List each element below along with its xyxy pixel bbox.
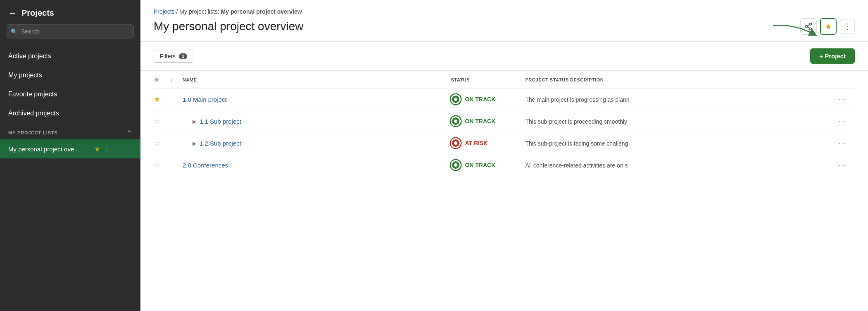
section-label: MY PROJECT LISTS — [8, 130, 58, 135]
row-sort-cell — [170, 88, 183, 110]
row-star-cell[interactable]: ☆ — [154, 110, 170, 132]
description-text: This sub-project is proceeding smoothly — [525, 118, 627, 125]
page-title: My personal project overview — [154, 20, 304, 33]
sidebar-item-favorite-projects[interactable]: Favorite projects — [0, 85, 140, 104]
back-button[interactable]: ← — [8, 8, 17, 18]
filters-count-badge: 1 — [179, 53, 187, 59]
drag-handle-icon[interactable]: ⋮ — [103, 144, 111, 153]
toolbar: Filters 1 + Project — [140, 42, 868, 71]
row-name-cell: 1.0 Main project — [183, 88, 451, 110]
row-name-cell: 2.0 Conferences — [183, 154, 451, 176]
status-circle-on-track — [451, 116, 461, 126]
projects-table: ★ ↕ NAME STATUS PROJECT STATUS DESCRIPTI… — [154, 71, 855, 176]
share-button[interactable] — [800, 18, 817, 35]
project-name-link[interactable]: 1.2 Sub project — [200, 140, 241, 147]
sidebar-title: Projects — [21, 8, 54, 18]
table-row: ☆ ▶ 1.1 Sub project ON TRACK — [154, 110, 855, 132]
sidebar-search-container: 🔍 — [7, 24, 134, 38]
breadcrumb: Projects / My project lists: My personal… — [154, 8, 855, 15]
svg-point-2 — [810, 28, 812, 30]
breadcrumb-projects-link[interactable]: Projects — [154, 8, 175, 15]
star-button[interactable]: ★ — [820, 18, 837, 35]
status-label: ON TRACK — [465, 118, 495, 124]
search-icon: 🔍 — [11, 29, 17, 35]
th-name[interactable]: NAME — [183, 71, 451, 88]
row-star-cell[interactable]: ☆ — [154, 132, 170, 154]
sidebar-item-active-projects[interactable]: Active projects — [0, 47, 140, 66]
sidebar: ← Projects 🔍 Active projects My projects… — [0, 0, 140, 311]
breadcrumb-current: My personal project overview — [221, 8, 302, 15]
status-label: ON TRACK — [465, 96, 495, 103]
row-status-cell: AT RISK — [451, 132, 525, 154]
expand-icon[interactable]: ▶ — [193, 119, 196, 124]
status-label: ON TRACK — [465, 162, 495, 168]
sidebar-header: ← Projects — [0, 0, 140, 24]
sidebar-section-header: MY PROJECT LISTS ⌃ — [0, 123, 140, 139]
table-row: ☆ ▶ 1.2 Sub project AT RISK — [154, 132, 855, 154]
status-circle-on-track — [451, 160, 461, 170]
sidebar-item-archived-projects[interactable]: Archived projects — [0, 104, 140, 123]
row-status-cell: ON TRACK — [451, 88, 525, 110]
svg-point-0 — [810, 23, 812, 25]
status-circle-at-risk — [451, 138, 461, 148]
row-more-cell[interactable]: ⋯ — [838, 88, 855, 110]
row-desc-cell: The main project is progressing as plann — [525, 88, 838, 110]
row-status-cell: ON TRACK — [451, 154, 525, 176]
search-input[interactable] — [7, 24, 134, 38]
row-sort-cell — [170, 154, 183, 176]
page-title-row: My personal project overview — [154, 18, 855, 41]
table-row: ☆ 2.0 Conferences ON TRACK — [154, 154, 855, 176]
share-icon — [804, 22, 813, 31]
svg-line-3 — [807, 27, 810, 28]
th-description: PROJECT STATUS DESCRIPTION — [525, 71, 838, 88]
add-project-button[interactable]: + Project — [810, 48, 855, 64]
expand-icon[interactable]: ▶ — [193, 141, 196, 146]
row-sort-cell — [170, 132, 183, 154]
row-status-cell: ON TRACK — [451, 110, 525, 132]
row-name-cell: ▶ 1.1 Sub project — [183, 110, 451, 132]
breadcrumb-separator: / My project lists: — [176, 8, 221, 15]
more-icon: ⋮ — [843, 22, 851, 31]
header-actions: ★ ⋮ — [800, 18, 855, 35]
th-actions — [838, 71, 855, 88]
row-star-cell[interactable]: ★ — [154, 88, 170, 110]
row-more-cell[interactable]: ⋯ — [838, 110, 855, 132]
sidebar-nav: Active projects My projects Favorite pro… — [0, 47, 140, 123]
table-header-row: ★ ↕ NAME STATUS PROJECT STATUS DESCRIPTI… — [154, 71, 855, 88]
description-text: This sub-project is facing some challeng — [525, 140, 628, 147]
row-more-cell[interactable]: ⋯ — [838, 154, 855, 176]
sidebar-item-my-personal-project-overview[interactable]: My personal project ove... ★ ⋮ — [0, 139, 140, 158]
section-collapse-icon[interactable]: ⌃ — [127, 129, 132, 136]
star-icon: ★ — [825, 22, 832, 31]
row-star-cell[interactable]: ☆ — [154, 154, 170, 176]
row-more-cell[interactable]: ⋯ — [838, 132, 855, 154]
description-text: The main project is progressing as plann — [525, 96, 629, 103]
status-label: AT RISK — [465, 140, 488, 146]
favorite-star-icon[interactable]: ★ — [94, 145, 100, 153]
filters-button[interactable]: Filters 1 — [154, 50, 193, 63]
add-project-label: + Project — [819, 53, 846, 60]
table-row: ★ 1.0 Main project ON TRACK — [154, 88, 855, 110]
row-desc-cell: This sub-project is facing some challeng — [525, 132, 838, 154]
th-status: STATUS — [451, 71, 525, 88]
project-name-link[interactable]: 1.0 Main project — [183, 96, 227, 103]
row-desc-cell: This sub-project is proceeding smoothly — [525, 110, 838, 132]
project-list-item-label: My personal project ove... — [8, 146, 91, 153]
projects-table-container: ★ ↕ NAME STATUS PROJECT STATUS DESCRIPTI… — [140, 71, 868, 311]
project-name-link[interactable]: 1.1 Sub project — [200, 118, 241, 125]
th-star: ★ — [154, 71, 170, 88]
sidebar-item-my-projects[interactable]: My projects — [0, 66, 140, 85]
svg-point-1 — [806, 26, 808, 28]
row-desc-cell: All conference-related activities are on… — [525, 154, 838, 176]
status-circle-on-track — [451, 94, 461, 104]
svg-line-4 — [807, 24, 810, 26]
row-name-cell: ▶ 1.2 Sub project — [183, 132, 451, 154]
filters-label: Filters — [160, 53, 176, 60]
main-header: Projects / My project lists: My personal… — [140, 0, 868, 42]
description-text: All conference-related activities are on… — [525, 162, 628, 169]
more-options-button[interactable]: ⋮ — [840, 19, 855, 34]
row-sort-cell — [170, 110, 183, 132]
main-content: Projects / My project lists: My personal… — [140, 0, 868, 311]
th-sort: ↕ — [170, 71, 183, 88]
project-name-link[interactable]: 2.0 Conferences — [183, 162, 228, 169]
